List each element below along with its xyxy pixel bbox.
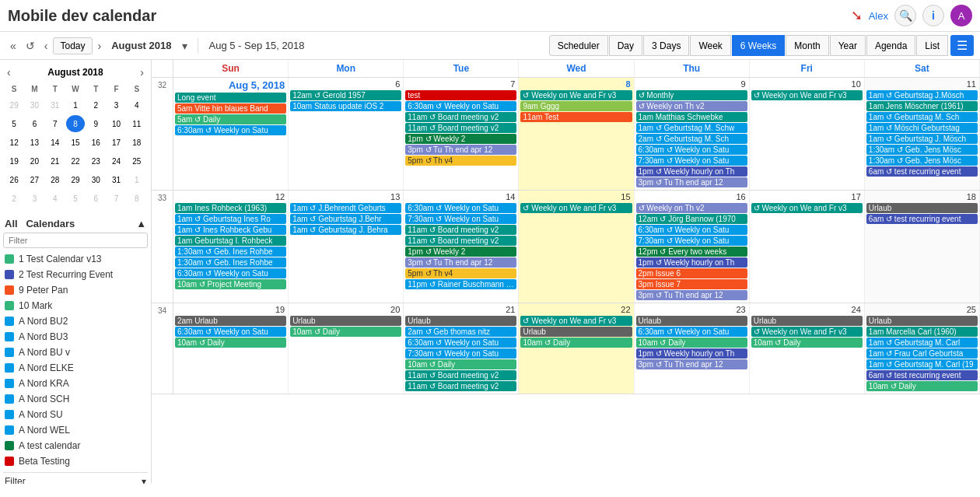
view-day-btn[interactable]: Day (609, 35, 642, 56)
event[interactable]: ↺ Weekly on Th v2 (636, 203, 747, 213)
mini-day[interactable]: 27 (25, 171, 44, 188)
event[interactable]: 11am Test (520, 112, 632, 122)
event[interactable]: 1:30am ↺ Geb. Jens Mösc (866, 145, 978, 155)
mini-day[interactable]: 19 (5, 152, 23, 170)
calendar-item[interactable]: 1 Test Calendar v13 (3, 251, 148, 267)
next-month-btn[interactable]: › (94, 38, 106, 54)
mini-day[interactable]: 15 (66, 134, 85, 151)
filter-chevron-icon[interactable]: ▾ (142, 476, 146, 484)
today-btn[interactable]: Today (53, 37, 92, 54)
event[interactable]: 3pm Issue 7 (636, 279, 747, 289)
event[interactable]: 12pm ↺ Every two weeks (636, 247, 747, 257)
mini-day[interactable]: 7 (107, 190, 125, 207)
event[interactable]: test (405, 90, 516, 100)
calendar-item[interactable]: 9 Peter Pan (3, 282, 148, 298)
expand-btn[interactable]: ▾ (178, 38, 191, 54)
prev-prev-month-btn[interactable]: « (6, 38, 20, 54)
mini-day[interactable]: 10 (107, 115, 125, 132)
view-6weeks-btn[interactable]: 6 Weeks (732, 35, 785, 56)
event[interactable]: 1pm ↺ Weekly 2 (405, 134, 516, 144)
mini-day[interactable]: 5 (5, 115, 23, 132)
view-scheduler-btn[interactable]: Scheduler (549, 35, 608, 56)
event[interactable]: 1am Geburtstag I. Rohbeck (175, 236, 286, 246)
event[interactable]: 1am ↺ Geburtstag Ines Ro (175, 214, 286, 224)
mini-day[interactable]: 28 (46, 171, 65, 188)
event[interactable]: 11am ↺ Board meeting v2 (405, 123, 516, 133)
view-month-btn[interactable]: Month (786, 35, 828, 56)
event[interactable]: 11am ↺ Board meeting v2 (405, 236, 516, 246)
event[interactable]: 1:30am ↺ Geb. Ines Rohbe (175, 247, 286, 257)
calendar-item[interactable]: A Nord BU2 (3, 313, 148, 329)
event[interactable]: 1am ↺ Geburtstag M. Carl (19 (866, 359, 978, 369)
event[interactable]: 10am ↺ Project Meeting (175, 279, 286, 289)
filter-input[interactable] (3, 233, 148, 248)
event[interactable]: 5pm ↺ Th v4 (405, 156, 516, 166)
event[interactable]: Urlaub (866, 203, 978, 213)
mini-day[interactable]: 3 (25, 190, 44, 207)
mini-day[interactable]: 2 (86, 96, 105, 114)
event[interactable]: 11am ↺ Board meeting v2 (405, 112, 516, 122)
event[interactable]: 10am ↺ Daily (520, 338, 632, 348)
event[interactable]: 9am Gggg (520, 101, 632, 111)
mini-day[interactable]: 29 (5, 96, 23, 114)
mini-day[interactable]: 31 (107, 171, 125, 188)
event[interactable]: 10am Status update iOS 2 (290, 101, 401, 111)
mini-day[interactable]: 8 (128, 190, 146, 207)
event[interactable]: 6am ↺ test recurring event (866, 214, 978, 224)
event[interactable]: 6:30am ↺ Weekly on Satu (175, 268, 286, 278)
mini-day[interactable]: 4 (46, 190, 65, 207)
event[interactable]: 1am Matthias Schwebke (636, 112, 747, 122)
event[interactable]: 6:30am ↺ Weekly on Satu (175, 125, 286, 135)
calendars-collapse-icon[interactable]: ▲ (136, 218, 146, 229)
mini-day[interactable]: 9 (86, 115, 105, 132)
event[interactable]: Urlaub (520, 327, 632, 337)
calendar-item[interactable]: Beta Testing (3, 453, 148, 469)
mini-day[interactable]: 3 (107, 96, 125, 114)
user-avatar[interactable]: A (950, 5, 972, 26)
event[interactable]: 3pm ↺ Tu Th end apr 12 (405, 145, 516, 155)
event[interactable]: 1am Ines Rohbeck (1963) (175, 203, 286, 213)
event[interactable]: 6am ↺ test recurring event (866, 166, 978, 177)
event[interactable]: 1am ↺ Geburtstag M. Schw (636, 123, 747, 133)
event[interactable]: 11am ↺ Board meeting v2 (405, 370, 516, 380)
search-button[interactable]: 🔍 (894, 5, 916, 26)
mini-day[interactable]: 29 (66, 171, 85, 188)
mini-day[interactable]: 23 (86, 152, 105, 170)
event[interactable]: 1am Jens Möschner (1961) (866, 101, 978, 111)
event[interactable]: Urlaub (290, 316, 401, 326)
event[interactable]: 3pm ↺ Tu Th end apr 12 (636, 177, 747, 187)
event[interactable]: 10am ↺ Daily (290, 327, 401, 337)
refresh-btn[interactable]: ↺ (22, 38, 39, 54)
event[interactable]: 12am ↺ Gerold 1957 (290, 90, 401, 100)
event[interactable]: ↺ Weekly on We and Fr v3 (520, 90, 632, 100)
mini-next-btn[interactable]: › (136, 65, 148, 80)
mini-day[interactable]: 6 (86, 190, 105, 207)
event[interactable]: 1pm ↺ Weekly hourly on Th (636, 348, 747, 359)
event[interactable]: 1am ↺ Geburtstag M. Sch (866, 112, 978, 122)
event[interactable]: 1am ↺ Möschi Geburtstag (866, 123, 978, 133)
calendar-item[interactable]: A Nord WEL (3, 422, 148, 438)
event[interactable]: 1pm ↺ Weekly hourly on Th (636, 166, 747, 177)
event[interactable]: Urlaub (405, 316, 516, 326)
mini-day[interactable]: 12 (5, 134, 23, 151)
event[interactable]: Long event (175, 93, 286, 103)
mini-day[interactable]: 25 (128, 152, 146, 170)
event[interactable]: 6:30am ↺ Weekly on Satu (405, 203, 516, 213)
event[interactable]: 1am ↺ Frau Carl Geburtsta (866, 348, 978, 359)
mini-day[interactable]: 7 (46, 115, 65, 132)
mini-day[interactable]: 26 (5, 171, 23, 188)
mini-day[interactable]: 13 (25, 134, 44, 151)
event[interactable]: 5pm ↺ Th v4 (405, 268, 516, 278)
event[interactable]: 5am ↺ Daily (175, 114, 286, 124)
mini-day[interactable]: 11 (128, 115, 146, 132)
event[interactable]: 11am ↺ Board meeting v2 (405, 225, 516, 235)
event[interactable]: 2am Urlaub (175, 316, 286, 326)
event[interactable]: 11pm ↺ Rainer Buschmann geb. 1956 (405, 279, 516, 289)
mini-day[interactable]: 21 (46, 152, 65, 170)
event[interactable]: 6:30am ↺ Weekly on Satu (636, 225, 747, 235)
calendar-item[interactable]: A Nord SU (3, 407, 148, 422)
mini-day[interactable]: 20 (25, 152, 44, 170)
event[interactable]: 1pm ↺ Weekly hourly on Th (636, 257, 747, 268)
mini-day[interactable]: 22 (66, 152, 85, 170)
event[interactable]: 1:30am ↺ Geb. Jens Mösc (866, 156, 978, 166)
